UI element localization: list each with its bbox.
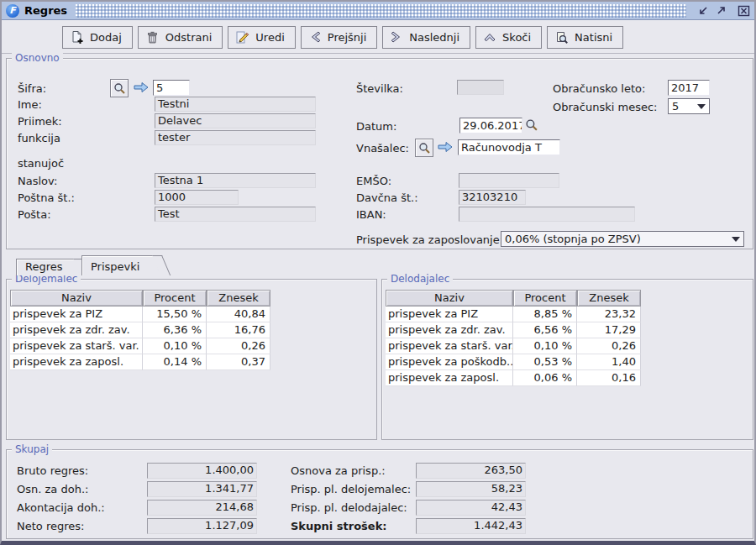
add-document-icon [70, 30, 84, 45]
table-cell[interactable]: 1,40 [577, 354, 641, 370]
ime-field[interactable]: Testni [155, 97, 316, 112]
toolbar: Dodaj Odstrani U [2, 21, 754, 54]
sifra-lookup-button[interactable] [110, 79, 129, 97]
posta-label: Pošta: [18, 208, 51, 221]
table-cell[interactable]: 0,26 [577, 338, 641, 354]
skupaj-legend: Skupaj [12, 443, 52, 456]
maximize-button[interactable] [714, 4, 728, 18]
table-cell[interactable]: prispevek za starš. var. [10, 338, 143, 354]
prejsnji-label: Prejšnji [328, 31, 367, 44]
table-cell[interactable]: 0,10 % [513, 338, 577, 354]
table-cell[interactable]: 6,56 % [513, 322, 577, 338]
close-icon [738, 5, 750, 17]
column-header[interactable]: Znesek [577, 290, 641, 307]
table-cell[interactable]: prispevek za PIZ [10, 307, 143, 322]
delodajalec-group: Delodajalec Naziv Procent Znesek prispev… [381, 279, 753, 440]
table-cell[interactable]: 40,84 [207, 307, 270, 322]
prisp-pl-delojemalec-label: Prisp. pl. delojemalec: [291, 483, 411, 495]
table-cell[interactable]: 16,76 [207, 322, 270, 338]
davcna-st-field[interactable]: 32103210 [459, 190, 526, 205]
obracunski-mesec-combobox[interactable]: 5 [668, 98, 710, 114]
sifra-arrow-icon [133, 81, 150, 94]
datum-lookup-button[interactable] [525, 118, 538, 132]
table-cell[interactable]: prispevek za zdr. zav. [386, 322, 513, 338]
naslov-label: Naslov: [18, 175, 57, 187]
delodajalec-table: Naziv Procent Znesek prispevek za PIZ 8,… [386, 290, 641, 386]
table-cell[interactable]: 8,85 % [513, 307, 577, 322]
vnasalec-lookup-button[interactable] [415, 139, 433, 157]
titlebar[interactable]: F Regres [2, 2, 754, 20]
uredi-button[interactable]: Uredi [228, 26, 295, 49]
minimize-button[interactable] [696, 4, 711, 18]
table-cell[interactable]: prispevek za PIZ [386, 307, 513, 322]
chevron-left-icon [308, 30, 322, 44]
table-cell[interactable]: 15,50 % [143, 307, 207, 322]
postna-st-field[interactable]: 1000 [155, 190, 239, 205]
prisp-pl-delodajalec-label: Prisp. pl. delodajalec: [291, 501, 407, 514]
priimek-field[interactable]: Delavec [155, 113, 316, 128]
column-header[interactable]: Znesek [207, 290, 270, 307]
naslednji-button[interactable]: Naslednji [382, 26, 470, 49]
stanujoc-label: stanujoč [18, 157, 64, 170]
table-cell[interactable]: 0,10 % [143, 338, 207, 354]
ime-label: Ime: [18, 98, 42, 111]
magnifier-icon [525, 118, 538, 132]
prispevek-zaposlovanje-value: 0,06% (stopnja po ZPSV) [501, 233, 732, 245]
vnasalec-input[interactable]: Računovodja T [458, 139, 560, 155]
table-cell[interactable]: prispevek za zaposl. [386, 370, 513, 386]
bruto-regres-field: 1.400,00 [147, 463, 257, 479]
table-cell[interactable]: 6,36 % [143, 322, 207, 338]
table-cell[interactable]: prispevek za starš. var. [386, 338, 513, 354]
osn-za-doh-label: Osn. za doh.: [17, 483, 88, 495]
table-cell[interactable]: 0,16 [577, 370, 641, 386]
table-cell[interactable]: 0,06 % [513, 370, 577, 386]
table-cell[interactable]: 0,37 [207, 354, 270, 370]
obracunsko-leto-label: Obračunsko leto: [553, 82, 645, 95]
obracunsko-leto-input[interactable]: 2017 [668, 80, 710, 96]
datum-input[interactable]: 29.06.2017 [459, 118, 522, 134]
tab-prispevki[interactable]: Prispevki [81, 255, 155, 275]
iban-field[interactable] [459, 207, 635, 222]
window-title: Regres [24, 4, 67, 17]
dodaj-button[interactable]: Dodaj [62, 26, 133, 49]
prisp-pl-delodajalec-field: 42,43 [416, 500, 526, 516]
column-header[interactable]: Procent [513, 290, 577, 307]
maximize-icon [715, 5, 727, 17]
trash-icon [145, 30, 160, 45]
neto-regres-label: Neto regres: [17, 520, 84, 532]
naslednji-label: Naslednji [409, 31, 459, 44]
datum-label: Datum: [356, 120, 396, 133]
table-cell[interactable]: prispevek za poškodb... [386, 354, 513, 370]
combo-arrow-icon [732, 237, 740, 242]
funkcija-field[interactable]: tester [155, 130, 316, 145]
close-button[interactable] [737, 4, 751, 18]
prejsnji-button[interactable]: Prejšnji [301, 26, 378, 49]
table-cell[interactable]: 0,26 [207, 338, 270, 354]
prispevek-zaposlovanje-combobox[interactable]: 0,06% (stopnja po ZPSV) [501, 231, 744, 247]
chevron-up-icon [483, 30, 496, 44]
emso-field[interactable] [459, 173, 559, 188]
neto-regres-field: 1.127,09 [147, 518, 257, 534]
stevilka-label: Številka: [356, 82, 403, 95]
table-cell[interactable]: 0,14 % [143, 354, 207, 370]
naslov-field[interactable]: Testna 1 [155, 173, 316, 188]
table-cell[interactable]: 0,53 % [513, 354, 577, 370]
table-cell[interactable]: 17,29 [577, 322, 641, 338]
sifra-input[interactable]: 5 [153, 80, 190, 96]
column-header[interactable]: Naziv [386, 290, 513, 307]
skupni-strosek-label: Skupni strošek: [291, 520, 387, 532]
natisni-button[interactable]: Natisni [547, 26, 623, 49]
delojemalec-table: Naziv Procent Znesek prispevek za PIZ 15… [10, 290, 270, 370]
posta-field[interactable]: Test [155, 207, 316, 222]
emso-label: EMŠO: [356, 175, 391, 187]
skoci-button[interactable]: Skoči [475, 26, 542, 49]
odstrani-button[interactable]: Odstrani [138, 26, 223, 49]
osnovno-legend: Osnovno [12, 52, 63, 65]
column-header[interactable]: Naziv [10, 290, 143, 307]
tab-regres[interactable]: Regres [16, 259, 76, 275]
column-header[interactable]: Procent [143, 290, 207, 307]
table-cell[interactable]: prispevek za zdr. zav. [10, 322, 143, 338]
akontacija-doh-label: Akontacija doh.: [17, 501, 105, 514]
table-cell[interactable]: prispevek za zaposl. [10, 354, 143, 370]
table-cell[interactable]: 23,32 [577, 307, 641, 322]
